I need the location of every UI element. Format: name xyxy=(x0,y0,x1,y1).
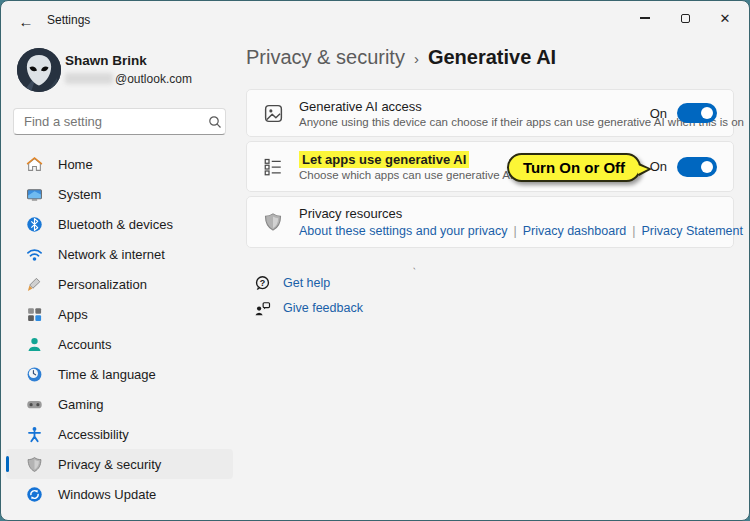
search-box[interactable] xyxy=(13,108,226,135)
maximize-button[interactable] xyxy=(665,1,705,35)
time-language-icon xyxy=(26,366,43,383)
breadcrumb: Privacy & security › Generative AI xyxy=(246,46,556,69)
sidebar-item-label: Home xyxy=(58,157,93,172)
give-feedback-link[interactable]: Give feedback xyxy=(283,301,363,315)
highlight: Let apps use generative AI xyxy=(299,151,469,168)
help-links: ? Get help Give feedback xyxy=(253,271,363,321)
link-privacy-statement[interactable]: Privacy Statement xyxy=(642,224,743,238)
sidebar-item-bluetooth-devices[interactable]: Bluetooth & devices xyxy=(6,209,233,239)
search-icon[interactable] xyxy=(204,115,225,129)
sidebar-item-personalization[interactable]: Personalization xyxy=(6,269,233,299)
personalization-icon xyxy=(26,276,43,293)
generative-ai-access-card: Generative AI access Anyone using this d… xyxy=(246,89,734,137)
apps-list-icon xyxy=(261,157,285,177)
minimize-icon xyxy=(640,17,650,18)
sidebar-item-label: Network & internet xyxy=(58,247,165,262)
user-email: @outlook.com xyxy=(65,72,192,86)
privacy-security-icon xyxy=(26,456,43,473)
apps-icon xyxy=(26,306,43,323)
windows-update-icon xyxy=(26,486,43,503)
link-about-settings-privacy[interactable]: About these settings and your privacy xyxy=(299,224,507,238)
accessibility-icon xyxy=(26,426,43,443)
sidebar-item-label: Personalization xyxy=(58,277,147,292)
sidebar-item-label: Time & language xyxy=(58,367,156,382)
email-redacted-blur xyxy=(65,73,113,84)
sidebar: Shawn Brink @outlook.com Home System Blu… xyxy=(1,41,238,520)
page-title: Generative AI xyxy=(428,46,556,69)
toggle-state-label: On xyxy=(650,159,667,174)
sidebar-item-apps[interactable]: Apps xyxy=(6,299,233,329)
sidebar-item-windows-update[interactable]: Windows Update xyxy=(6,479,233,509)
generative-ai-access-toggle[interactable] xyxy=(677,103,717,123)
sidebar-item-privacy-security[interactable]: Privacy & security xyxy=(6,449,233,479)
sidebar-item-label: Apps xyxy=(58,307,88,322)
get-help-row[interactable]: ? Get help xyxy=(253,271,363,295)
close-button[interactable]: ✕ xyxy=(705,1,745,35)
link-separator: | xyxy=(513,224,516,238)
setting-description: Anyone using this device can choose if t… xyxy=(299,116,650,128)
back-icon: ← xyxy=(19,13,34,30)
setting-title: Privacy resources xyxy=(299,206,717,221)
search-input[interactable] xyxy=(14,114,204,129)
turn-on-or-off-callout: Turn On or Off xyxy=(507,153,641,182)
main-content: Privacy & security › Generative AI Gener… xyxy=(246,41,732,520)
email-domain: @outlook.com xyxy=(115,72,192,86)
sidebar-item-label: Privacy & security xyxy=(58,457,161,472)
sidebar-item-label: Windows Update xyxy=(58,487,156,502)
let-apps-use-generative-ai-toggle[interactable] xyxy=(677,157,717,177)
link-separator: | xyxy=(632,224,635,238)
sidebar-item-label: Accounts xyxy=(58,337,111,352)
link-privacy-dashboard[interactable]: Privacy dashboard xyxy=(523,224,627,238)
bluetooth-icon xyxy=(26,216,43,233)
cursor-artifact: ` xyxy=(411,266,417,278)
settings-window: ← Settings ✕ Shawn Brink @outlook.com xyxy=(0,0,750,521)
maximize-icon xyxy=(681,14,690,23)
sidebar-item-label: System xyxy=(58,187,101,202)
system-icon xyxy=(26,186,43,203)
network-icon xyxy=(26,246,43,263)
give-feedback-row[interactable]: Give feedback xyxy=(253,296,363,320)
sidebar-nav: Home System Bluetooth & devices Network … xyxy=(6,149,233,509)
privacy-resources-card: Privacy resources About these settings a… xyxy=(246,196,734,248)
breadcrumb-separator-icon: › xyxy=(414,48,419,67)
breadcrumb-parent[interactable]: Privacy & security xyxy=(246,46,405,69)
sidebar-item-time-language[interactable]: Time & language xyxy=(6,359,233,389)
sidebar-item-system[interactable]: System xyxy=(6,179,233,209)
sidebar-item-label: Accessibility xyxy=(58,427,129,442)
sidebar-item-home[interactable]: Home xyxy=(6,149,233,179)
get-help-icon: ? xyxy=(253,275,271,292)
close-icon: ✕ xyxy=(720,11,731,26)
user-name: Shawn Brink xyxy=(65,53,147,68)
home-icon xyxy=(26,156,43,173)
settings-cards: Generative AI access Anyone using this d… xyxy=(246,89,734,252)
svg-text:?: ? xyxy=(259,277,265,287)
sidebar-item-network-internet[interactable]: Network & internet xyxy=(6,239,233,269)
avatar xyxy=(17,48,61,92)
privacy-shield-icon xyxy=(261,212,285,232)
back-button[interactable]: ← xyxy=(11,8,41,34)
let-apps-use-generative-ai-card: Let apps use generative AI Choose which … xyxy=(246,141,734,192)
gaming-icon xyxy=(26,396,43,413)
toggle-state-label: On xyxy=(650,106,667,121)
sidebar-item-accessibility[interactable]: Accessibility xyxy=(6,419,233,449)
generative-ai-access-icon xyxy=(261,103,285,124)
get-help-link[interactable]: Get help xyxy=(283,276,330,290)
privacy-links: About these settings and your privacy|Pr… xyxy=(299,224,717,238)
sidebar-item-gaming[interactable]: Gaming xyxy=(6,389,233,419)
alien-avatar-image xyxy=(17,48,61,92)
window-title: Settings xyxy=(47,13,90,27)
sidebar-item-label: Gaming xyxy=(58,397,104,412)
accounts-icon xyxy=(26,336,43,353)
titlebar: ← Settings ✕ xyxy=(1,1,749,41)
minimize-button[interactable] xyxy=(625,1,665,35)
setting-title: Generative AI access xyxy=(299,99,650,114)
sidebar-item-accounts[interactable]: Accounts xyxy=(6,329,233,359)
sidebar-item-label: Bluetooth & devices xyxy=(58,217,173,232)
give-feedback-icon xyxy=(253,300,271,317)
